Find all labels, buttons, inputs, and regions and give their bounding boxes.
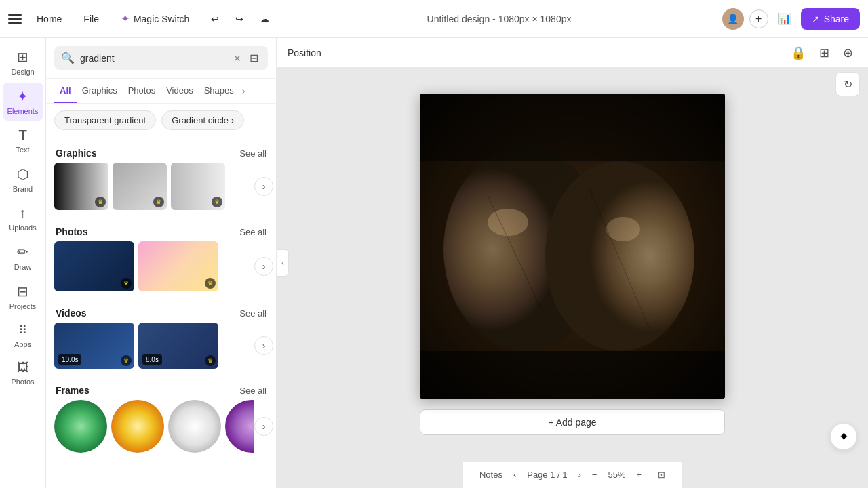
home-button[interactable]: Home xyxy=(30,9,68,28)
canvas-svg-art xyxy=(420,94,725,399)
magic-switch-button[interactable]: ✦ Magic Switch xyxy=(114,8,196,29)
search-bar: 🔍 ✕ ⊟ xyxy=(46,38,276,79)
projects-icon: ⊟ xyxy=(17,283,28,300)
refresh-button[interactable]: ↻ xyxy=(835,72,860,96)
tab-videos[interactable]: Videos xyxy=(161,79,199,104)
bottom-bar-right: − 55% + ⊡ xyxy=(587,467,671,483)
sidebar-item-brand[interactable]: ⬡ Brand xyxy=(3,161,43,199)
frame-item-2[interactable] xyxy=(111,400,164,453)
photos-next-arrow[interactable]: › xyxy=(254,257,273,276)
prev-page-button[interactable]: ‹ xyxy=(508,467,521,483)
graphics-items: ♛ ♛ ♛ xyxy=(49,163,254,210)
cloud-save-button[interactable]: ☁ xyxy=(253,9,276,28)
text-icon: T xyxy=(18,127,26,143)
add-section-button[interactable]: ⊕ xyxy=(839,41,857,64)
sidebar-item-photos-label: Photos xyxy=(11,378,34,386)
undo-button[interactable]: ↩ xyxy=(204,9,226,28)
frames-section: Frames See all › xyxy=(46,380,276,458)
graphics-see-all[interactable]: See all xyxy=(239,148,267,159)
suggestion-transparent-gradient[interactable]: Transparent gradient xyxy=(54,110,156,130)
svg-rect-8 xyxy=(420,94,725,161)
tab-photos[interactable]: Photos xyxy=(123,79,161,104)
photos-icon: 🖼 xyxy=(17,361,29,375)
filter-button[interactable]: ⊟ xyxy=(247,52,261,64)
graphic-item-1[interactable]: ♛ xyxy=(54,163,108,210)
redo-button[interactable]: ↪ xyxy=(229,9,250,28)
tab-graphics[interactable]: Graphics xyxy=(77,79,123,104)
add-page-button[interactable]: + Add page xyxy=(420,409,725,435)
magic-star-icon: ✦ xyxy=(121,12,130,25)
graphics-next-arrow[interactable]: › xyxy=(254,177,273,196)
uploads-icon: ↑ xyxy=(20,205,26,221)
video-duration-1: 10.0s xyxy=(58,354,81,365)
video-item-1[interactable]: 10.0s ♛ xyxy=(54,323,134,369)
file-button[interactable]: File xyxy=(77,9,106,28)
suggestion-transparent-gradient-label: Transparent gradient xyxy=(64,115,146,125)
file-label: File xyxy=(83,14,99,24)
position-label: Position xyxy=(288,47,321,58)
tabs-more-button[interactable]: › xyxy=(239,80,248,102)
copy-button[interactable]: ⊞ xyxy=(815,41,833,64)
canvas-float-controls: ↻ xyxy=(835,72,860,96)
crown-badge-2: ♛ xyxy=(153,197,164,207)
elements-icon: ✦ xyxy=(17,88,28,104)
sidebar-item-text-label: Text xyxy=(16,146,29,154)
next-page-button[interactable]: › xyxy=(573,467,587,483)
photo-item-2[interactable]: ♛ xyxy=(138,241,218,291)
search-icon: 🔍 xyxy=(61,52,75,64)
sidebar-item-draw[interactable]: ✏ Draw xyxy=(3,239,43,277)
sidebar-item-apps[interactable]: ⠿ Apps xyxy=(3,317,43,354)
draw-icon: ✏ xyxy=(17,244,28,260)
video-item-2[interactable]: 8.0s ♛ xyxy=(138,323,218,369)
hamburger-menu[interactable] xyxy=(8,12,22,26)
sidebar-item-photos[interactable]: 🖼 Photos xyxy=(3,355,43,391)
add-collaborator-button[interactable]: + xyxy=(749,9,768,28)
canvas-area: Position 🔒 ⊞ ⊕ ‹ xyxy=(277,38,868,488)
tab-shapes[interactable]: Shapes xyxy=(199,79,239,104)
design-canvas[interactable] xyxy=(420,94,725,399)
suggestion-gradient-circle[interactable]: Gradient circle › xyxy=(161,110,244,130)
undo-redo-group: ↩ ↪ ☁ xyxy=(204,9,276,28)
share-button[interactable]: ↗ Share xyxy=(801,8,860,30)
search-tabs: All Graphics Photos Videos Shapes › xyxy=(46,79,276,104)
frames-row: › xyxy=(46,400,276,458)
search-input[interactable] xyxy=(80,53,228,64)
frame-item-1[interactable] xyxy=(54,400,107,453)
photos-row: ♛ ♛ › xyxy=(46,241,276,297)
magic-switch-label: Magic Switch xyxy=(134,14,189,24)
videos-see-all[interactable]: See all xyxy=(239,308,267,319)
canvas-scroll[interactable]: + Add page xyxy=(277,68,868,461)
ai-assistant-button[interactable]: ✦ xyxy=(830,423,857,450)
photo-item-1[interactable]: ♛ xyxy=(54,241,134,291)
zoom-in-button[interactable]: + xyxy=(631,467,647,483)
nav-center: Untitled design - 1080px × 1080px xyxy=(281,14,716,24)
sidebar-item-design[interactable]: ⊞ Design xyxy=(3,43,43,81)
notes-button[interactable]: Notes xyxy=(474,467,508,483)
sidebar-item-uploads[interactable]: ↑ Uploads xyxy=(3,200,43,237)
sidebar-item-elements[interactable]: ✦ Elements xyxy=(3,83,43,121)
frames-next-arrow[interactable]: › xyxy=(254,417,273,436)
fit-button[interactable]: ⊡ xyxy=(652,467,671,483)
search-clear-button[interactable]: ✕ xyxy=(233,53,241,64)
graphic-item-2[interactable]: ♛ xyxy=(113,163,167,210)
lock-button[interactable]: 🔒 xyxy=(787,41,810,64)
tab-all[interactable]: All xyxy=(54,79,77,104)
sidebar-item-text[interactable]: T Text xyxy=(3,122,43,159)
sidebar-item-draw-label: Draw xyxy=(14,263,32,271)
frame-item-3[interactable] xyxy=(168,400,221,453)
zoom-out-button[interactable]: − xyxy=(587,467,603,483)
photos-see-all[interactable]: See all xyxy=(239,227,267,237)
graphic-item-3[interactable]: ♛ xyxy=(171,163,225,210)
avatar[interactable]: 👤 xyxy=(722,8,744,30)
canvas-image xyxy=(420,94,725,399)
analytics-button[interactable]: 📊 xyxy=(774,8,795,29)
main-area: ⊞ Design ✦ Elements T Text ⬡ Brand ↑ Upl… xyxy=(0,38,868,488)
notes-label: Notes xyxy=(479,470,502,480)
frames-see-all[interactable]: See all xyxy=(239,386,267,396)
frame-item-4[interactable] xyxy=(225,400,254,453)
hide-panel-button[interactable]: ‹ xyxy=(277,249,289,277)
sidebar-item-projects[interactable]: ⊟ Projects xyxy=(3,278,43,316)
videos-next-arrow[interactable]: › xyxy=(254,336,273,355)
doc-title: Untitled design - 1080px × 1080px xyxy=(427,14,572,24)
photo-crown-1: ♛ xyxy=(121,278,132,289)
